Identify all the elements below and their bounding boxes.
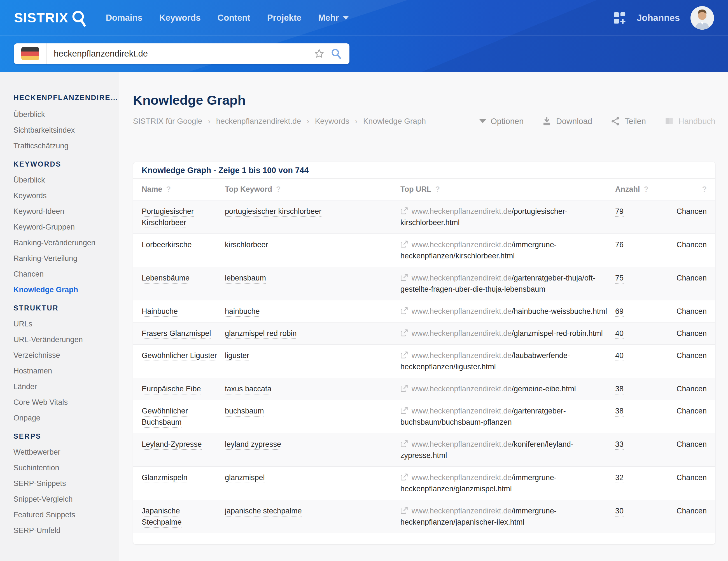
sidebar-item-suchintention[interactable]: Suchintention [13,464,113,472]
top-keyword-link[interactable]: liguster [225,351,249,360]
sidebar-item-wettbewerber[interactable]: Wettbewerber [13,448,113,456]
entity-name-link[interactable]: Frasers Glanzmispel [142,329,211,338]
entity-name-link[interactable]: Portugiesischer Kirschlorbeer [142,207,194,227]
cell-top-url[interactable]: www.heckenpflanzendirekt.de/hainbuche-we… [400,306,608,317]
question-mark-icon[interactable]: ? [435,185,440,194]
sidebar-item-onpage[interactable]: Onpage [13,414,113,422]
nav-item-domains[interactable]: Domains [106,13,143,23]
options-button[interactable]: Optionen [479,117,524,126]
nav-item-mehr[interactable]: Mehr [318,13,349,23]
sidebar-item-sichtbarkeitsindex[interactable]: Sichtbarkeitsindex [13,126,113,134]
cell-top-url[interactable]: www.heckenpflanzendirekt.de/gartenratgeb… [400,272,608,295]
chancen-link[interactable]: Chancen [676,274,707,282]
cell-top-url[interactable]: www.heckenpflanzendirekt.de/portugiesisc… [400,206,608,228]
sidebar-item-knowledge-graph[interactable]: Knowledge Graph [13,286,113,294]
sidebar-item-l-nder[interactable]: Länder [13,383,113,391]
breadcrumb-item[interactable]: Keywords [315,117,349,126]
chancen-link[interactable]: Chancen [676,507,707,515]
download-button[interactable]: Download [542,116,592,126]
anzahl-value-link[interactable]: 76 [615,240,624,249]
top-keyword-link[interactable]: hainbuche [225,307,260,315]
column-label[interactable]: Anzahl [615,185,640,194]
anzahl-value-link[interactable]: 69 [615,307,624,315]
cell-top-url[interactable]: www.heckenpflanzendirekt.de/koniferen/le… [400,439,608,461]
column-label[interactable]: Top URL [400,185,431,194]
sistrix-logo[interactable]: SISTRIX [14,8,88,28]
cell-top-url[interactable]: www.heckenpflanzendirekt.de/gemeine-eibe… [400,383,608,394]
sidebar-item--berblick[interactable]: Überblick [13,111,113,119]
anzahl-value-link[interactable]: 40 [615,329,624,338]
cell-top-url[interactable]: www.heckenpflanzendirekt.de/gartenratgeb… [400,405,608,428]
chancen-link[interactable]: Chancen [676,329,707,338]
share-button[interactable]: Teilen [611,116,646,126]
anzahl-value-link[interactable]: 32 [615,473,624,482]
sidebar-item-core-web-vitals[interactable]: Core Web Vitals [13,398,113,406]
cell-top-url[interactable]: www.heckenpflanzendirekt.de/immergrune-h… [400,239,608,261]
cell-top-url[interactable]: www.heckenpflanzendirekt.de/immergrune-h… [400,472,608,494]
breadcrumb-item[interactable]: heckenpflanzendirekt.de [216,117,301,126]
star-icon[interactable] [314,48,325,59]
anzahl-value-link[interactable]: 30 [615,507,624,515]
breadcrumb-item[interactable]: SISTRIX für Google [133,117,202,126]
anzahl-value-link[interactable]: 33 [615,440,624,448]
sidebar-item-url-ver-nderungen[interactable]: URL-Veränderungen [13,336,113,344]
user-avatar[interactable] [690,6,714,30]
sidebar-item-serp-umfeld[interactable]: SERP-Umfeld [13,527,113,535]
domain-search-input[interactable] [47,43,314,64]
sidebar-item-keyword-gruppen[interactable]: Keyword-Gruppen [13,223,113,231]
chancen-link[interactable]: Chancen [676,351,707,360]
top-keyword-link[interactable]: portugiesischer kirschlorbeer [225,207,321,216]
cell-top-url[interactable]: www.heckenpflanzendirekt.de/laubabwerfen… [400,350,608,372]
country-selector[interactable] [14,43,47,64]
top-keyword-link[interactable]: lebensbaum [225,274,266,282]
sidebar-item-hostnamen[interactable]: Hostnamen [13,367,113,375]
top-keyword-link[interactable]: leyland zypresse [225,440,281,448]
anzahl-value-link[interactable]: 75 [615,274,624,282]
entity-name-link[interactable]: Hainbuche [142,307,178,315]
anzahl-value-link[interactable]: 40 [615,351,624,360]
sidebar-item-verzeichnisse[interactable]: Verzeichnisse [13,351,113,359]
search-icon[interactable] [330,48,342,60]
top-keyword-link[interactable]: taxus baccata [225,385,272,393]
sidebar-item-trafficsch-tzung[interactable]: Trafficschätzung [13,142,113,150]
entity-name-link[interactable]: Japanische Stechpalme [142,507,182,526]
chancen-link[interactable]: Chancen [676,407,707,415]
chancen-link[interactable]: Chancen [676,207,707,216]
top-keyword-link[interactable]: glanzmispel red robin [225,329,297,338]
chancen-link[interactable]: Chancen [676,440,707,448]
cell-top-url[interactable]: www.heckenpflanzendirekt.de/immergrune-h… [400,505,608,528]
question-mark-icon[interactable]: ? [276,185,281,194]
entity-name-link[interactable]: Gewöhnlicher Liguster [142,351,217,360]
sidebar-item-featured-snippets[interactable]: Featured Snippets [13,511,113,519]
entity-name-link[interactable]: Glanzmispeln [142,473,188,482]
entity-name-link[interactable]: Lebensbäume [142,274,190,282]
chancen-link[interactable]: Chancen [676,385,707,393]
sidebar-item-snippet-vergleich[interactable]: Snippet-Vergleich [13,495,113,503]
anzahl-value-link[interactable]: 79 [615,207,624,216]
entity-name-link[interactable]: Leyland-Zypresse [142,440,202,448]
entity-name-link[interactable]: Gewöhnlicher Buchsbaum [142,407,188,426]
anzahl-value-link[interactable]: 38 [615,407,624,415]
entity-name-link[interactable]: Lorbeerkirsche [142,240,192,249]
top-keyword-link[interactable]: kirschlorbeer [225,240,268,249]
chancen-link[interactable]: Chancen [676,307,707,315]
top-keyword-link[interactable]: buchsbaum [225,407,264,415]
chancen-link[interactable]: Chancen [676,473,707,482]
sidebar-item-urls[interactable]: URLs [13,320,113,328]
user-name[interactable]: Johannes [637,13,680,23]
sidebar-item--berblick[interactable]: Überblick [13,176,113,184]
top-keyword-link[interactable]: glanzmispel [225,473,265,482]
apps-grid-icon[interactable] [613,11,626,24]
chancen-link[interactable]: Chancen [676,240,707,249]
column-label[interactable]: Name [142,185,162,194]
sidebar-item-serp-snippets[interactable]: SERP-Snippets [13,480,113,488]
nav-item-content[interactable]: Content [218,13,250,23]
top-keyword-link[interactable]: japanische stechpalme [225,507,302,515]
sidebar-item-keywords[interactable]: Keywords [13,192,113,200]
sidebar-item-ranking-ver-nderungen[interactable]: Ranking-Veränderungen [13,239,113,247]
question-mark-icon[interactable]: ? [702,185,707,194]
sidebar-item-ranking-verteilung[interactable]: Ranking-Verteilung [13,254,113,263]
entity-name-link[interactable]: Europäische Eibe [142,385,201,393]
question-mark-icon[interactable]: ? [166,185,171,194]
sidebar-item-chancen[interactable]: Chancen [13,270,113,278]
